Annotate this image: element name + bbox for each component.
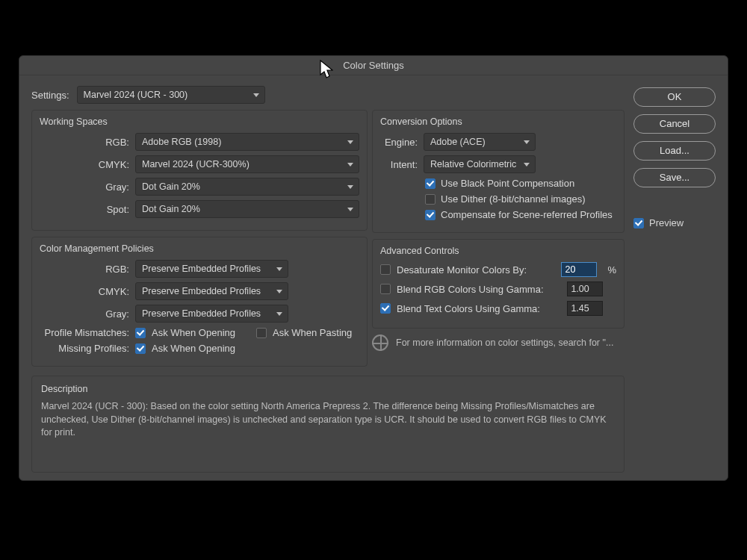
- blend-rgb-label: Blend RGB Colors Using Gamma:: [397, 284, 561, 295]
- desat-checkbox[interactable]: [380, 264, 391, 275]
- scene-checkbox[interactable]: [425, 210, 436, 220]
- blend-text-checkbox[interactable]: [380, 303, 391, 314]
- ws-rgb-value: Adobe RGB (1998): [142, 137, 221, 147]
- mismatch-open-label: Ask When Opening: [152, 327, 235, 338]
- policies-group: Color Management Policies RGB: Preserve …: [31, 237, 368, 367]
- ws-cmyk-label: CMYK:: [40, 159, 129, 170]
- conversion-group: Conversion Options Engine: Adobe (ACE) I…: [372, 110, 624, 233]
- mismatch-paste-label: Ask When Pasting: [273, 327, 352, 338]
- ws-spot-dropdown[interactable]: Dot Gain 20%: [135, 200, 359, 218]
- info-row: For more information on color settings, …: [372, 335, 624, 351]
- ws-cmyk-value: Marvel 2024 (UCR-300%): [142, 159, 249, 169]
- settings-dropdown[interactable]: Marvel 2024 (UCR - 300): [77, 86, 265, 104]
- ws-rgb-label: RGB:: [40, 137, 129, 148]
- description-title: Description: [41, 384, 615, 394]
- dither-checkbox[interactable]: [425, 194, 436, 205]
- ws-spot-value: Dot Gain 20%: [142, 204, 200, 214]
- pol-gray-dropdown[interactable]: Preserve Embedded Profiles: [135, 305, 288, 323]
- intent-label: Intent:: [380, 159, 418, 170]
- engine-label: Engine:: [380, 137, 418, 148]
- pol-rgb-dropdown[interactable]: Preserve Embedded Profiles: [135, 260, 288, 278]
- color-wheel-icon: [372, 335, 388, 351]
- pol-cmyk-dropdown[interactable]: Preserve Embedded Profiles: [135, 282, 288, 300]
- profile-mismatch-label: Profile Mismatches:: [40, 327, 129, 338]
- mismatch-paste-checkbox[interactable]: [256, 328, 267, 338]
- save-button[interactable]: Save...: [633, 168, 716, 187]
- working-spaces-title: Working Spaces: [40, 116, 359, 127]
- blend-rgb-checkbox[interactable]: [380, 284, 391, 294]
- ws-gray-dropdown[interactable]: Dot Gain 20%: [135, 178, 359, 196]
- pol-cmyk-value: Preserve Embedded Profiles: [142, 286, 261, 296]
- description-body: Marvel 2024 (UCR - 300): Based on the co…: [41, 400, 615, 440]
- pol-gray-label: Gray:: [40, 308, 129, 320]
- desat-unit: %: [607, 264, 616, 276]
- mismatch-open-checkbox[interactable]: [135, 328, 146, 338]
- advanced-title: Advanced Controls: [380, 246, 616, 256]
- settings-label: Settings:: [31, 90, 69, 101]
- engine-value: Adobe (ACE): [430, 137, 486, 147]
- scene-label: Compensate for Scene-referred Profiles: [441, 209, 613, 220]
- dither-label: Use Dither (8-bit/channel images): [441, 193, 586, 205]
- missing-open-checkbox[interactable]: [135, 343, 146, 354]
- description-group: Description Marvel 2024 (UCR - 300): Bas…: [31, 376, 624, 473]
- load-button[interactable]: Load...: [633, 141, 716, 161]
- ok-button[interactable]: OK: [633, 87, 716, 107]
- desat-input[interactable]: [561, 262, 597, 277]
- ws-gray-label: Gray:: [40, 181, 129, 193]
- missing-open-label: Ask When Opening: [152, 343, 235, 354]
- bpc-checkbox[interactable]: [425, 178, 436, 189]
- conversion-title: Conversion Options: [380, 116, 616, 127]
- blend-rgb-input[interactable]: [567, 281, 603, 296]
- color-settings-dialog: Color Settings Settings: Marvel 2024 (UC…: [19, 55, 728, 481]
- ws-cmyk-dropdown[interactable]: Marvel 2024 (UCR-300%): [135, 155, 359, 173]
- pol-cmyk-label: CMYK:: [40, 286, 129, 297]
- engine-dropdown[interactable]: Adobe (ACE): [424, 133, 536, 151]
- pol-rgb-label: RGB:: [40, 264, 129, 275]
- intent-dropdown[interactable]: Relative Colorimetric: [424, 155, 536, 173]
- policies-title: Color Management Policies: [40, 243, 359, 254]
- preview-label: Preview: [649, 217, 684, 228]
- dialog-title: Color Settings: [19, 56, 728, 75]
- settings-value: Marvel 2024 (UCR - 300): [84, 90, 188, 100]
- preview-checkbox[interactable]: [633, 218, 644, 228]
- ws-gray-value: Dot Gain 20%: [142, 181, 200, 192]
- blend-text-label: Blend Text Colors Using Gamma:: [397, 303, 561, 314]
- working-spaces-group: Working Spaces RGB: Adobe RGB (1998) CMY…: [31, 110, 368, 231]
- ws-spot-label: Spot:: [40, 204, 129, 215]
- blend-text-input[interactable]: [567, 301, 603, 316]
- info-text: For more information on color settings, …: [396, 337, 613, 348]
- pol-gray-value: Preserve Embedded Profiles: [142, 308, 261, 319]
- advanced-group: Advanced Controls Desaturate Monitor Col…: [372, 239, 624, 329]
- cancel-button[interactable]: Cancel: [633, 114, 716, 134]
- desat-label: Desaturate Monitor Colors By:: [397, 264, 555, 276]
- pol-rgb-value: Preserve Embedded Profiles: [142, 264, 261, 274]
- ws-rgb-dropdown[interactable]: Adobe RGB (1998): [135, 133, 359, 151]
- bpc-label: Use Black Point Compensation: [441, 178, 574, 189]
- intent-value: Relative Colorimetric: [430, 159, 516, 169]
- missing-profiles-label: Missing Profiles:: [40, 343, 129, 354]
